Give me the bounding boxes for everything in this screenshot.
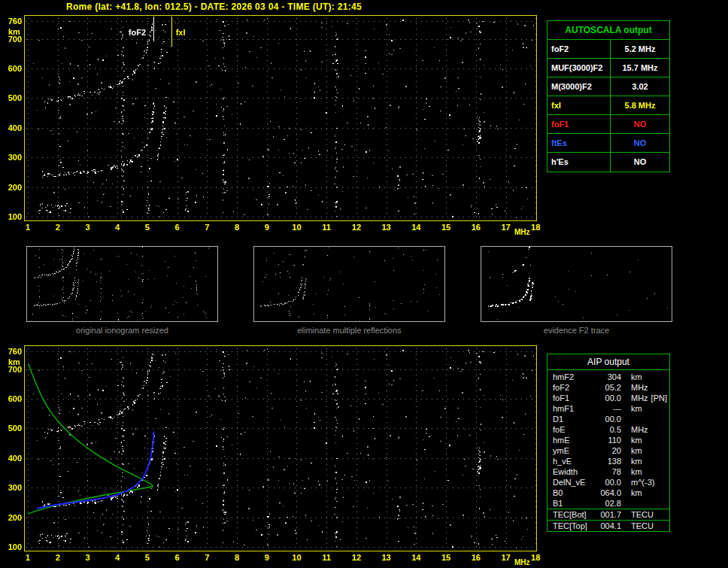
x-tick-top-11: 11 <box>318 223 335 232</box>
autoscala-row-value: NO <box>611 153 669 172</box>
aip-row-label: h_vE <box>548 456 594 466</box>
x-tick-bottom-15: 15 <box>438 553 454 562</box>
aip-row-3: hmF1---km <box>548 403 669 414</box>
autoscala-row-value: 5.2 MHz <box>611 40 669 58</box>
aip-row-unit: km <box>621 403 642 414</box>
x-tick-top-5: 5 <box>139 223 156 232</box>
autoscala-row-value: 3.02 <box>611 77 669 96</box>
x-tick-bottom-17: 17 <box>498 553 514 562</box>
aip-row-unit: MHz <box>621 393 648 403</box>
y-tick-bottom-100: 100 <box>0 542 22 551</box>
x-tick-top-17: 17 <box>498 223 514 232</box>
aip-row-12: B102.8 <box>548 498 669 509</box>
autoscala-row-label: M(3000)F2 <box>548 77 611 96</box>
aip-row-unit: km <box>621 435 642 445</box>
aip-row-0: hmF2304km <box>548 372 669 382</box>
y-tick-bottom-200: 200 <box>0 513 22 522</box>
x-tick-top-8: 8 <box>229 223 245 232</box>
page-title: Rome (lat: +41.8, lon: 012.5) - DATE: 20… <box>66 2 362 12</box>
aip-row-label: D1 <box>548 414 594 424</box>
x-tick-top-15: 15 <box>438 223 454 232</box>
thumbnail-eliminate-canvas <box>254 247 444 321</box>
x-tick-bottom-12: 12 <box>348 553 365 562</box>
aip-tec-rows: TEC[Bot]001.7TECUTEC[Top]004.1TECU <box>548 509 669 531</box>
aip-row-10: DelN_vE00.0m^(-3) <box>548 477 669 488</box>
x-tick-top-4: 4 <box>109 223 126 232</box>
aip-output-table: AIP output hmF2304kmfoF205.2MHzfoF100.0M… <box>547 354 670 532</box>
autoscala-row-1: MUF(3000)F215.7 MHz <box>548 59 669 77</box>
aip-row-label: hmE <box>548 435 594 445</box>
aip-row-value: 20 <box>594 445 621 456</box>
autoscala-row-label: foF1 <box>548 115 611 133</box>
aip-row-value: 304 <box>594 372 621 382</box>
y-tick-bottom-400: 400 <box>0 454 22 463</box>
thumbnail-evidence-canvas <box>481 247 672 321</box>
aip-row-value: 02.8 <box>594 498 621 509</box>
aip-row-unit: km <box>621 456 642 466</box>
y-tick-bottom-300: 300 <box>0 483 22 492</box>
aip-row-unit: MHz <box>621 382 648 393</box>
autoscala-row-value: NO <box>611 115 669 133</box>
autoscala-row-6: h'EsNO <box>548 153 669 172</box>
x-tick-bottom-3: 3 <box>79 553 96 562</box>
aip-row-value: 138 <box>594 456 621 466</box>
aip-row-value: 004.1 <box>594 521 621 531</box>
aip-row-label: DelN_vE <box>548 477 594 488</box>
autoscala-row-3: fxI5.8 MHz <box>548 96 669 115</box>
aip-row-value: 001.7 <box>594 509 621 520</box>
aip-row-unit <box>621 498 631 509</box>
aip-row-label: B1 <box>548 498 594 509</box>
aip-row-8: h_vE138km <box>548 456 669 466</box>
aip-row-value: 110 <box>594 435 621 445</box>
y-axis-unit-top: km <box>8 27 20 36</box>
aip-row-label: foF1 <box>548 393 594 403</box>
y-tick-top-100: 100 <box>0 212 22 221</box>
autoscala-row-label: ftEs <box>548 134 611 152</box>
y-tick-top-200: 200 <box>0 183 22 192</box>
aip-row-4: D100.0 <box>548 414 669 424</box>
x-tick-top-7: 7 <box>199 223 215 232</box>
aip-row-11: B0064.0km <box>548 488 669 498</box>
autoscala-row-label: MUF(3000)F2 <box>548 59 611 77</box>
x-tick-bottom-1: 1 <box>20 553 36 562</box>
autoscala-row-5: ftEsNO <box>548 134 669 153</box>
aip-row-1: foF205.2MHz <box>548 382 669 393</box>
aip-row-5: foE0.5MHz <box>548 424 669 435</box>
aip-row-label: ymE <box>548 445 594 456</box>
autoscala-row-label: foF2 <box>548 40 611 58</box>
y-tick-top-400: 400 <box>0 123 22 132</box>
aip-row-note: [PN] <box>651 393 669 403</box>
aip-row-value: 00.0 <box>594 414 621 424</box>
aip-row-label: TEC[Top] <box>548 521 594 531</box>
bottom-ionogram-canvas <box>25 346 536 551</box>
aip-row-tec-0: TEC[Bot]001.7TECU <box>548 509 669 520</box>
aip-row-label: foE <box>548 424 594 435</box>
aip-row-label: Ewidth <box>548 466 594 477</box>
x-axis-unit-top: MHz <box>514 228 530 236</box>
aip-row-label: hmF1 <box>548 403 594 414</box>
aip-row-unit: TECU <box>621 509 654 520</box>
x-tick-top-3: 3 <box>79 223 96 232</box>
x-tick-bottom-13: 13 <box>378 553 395 562</box>
thumbnail-original-canvas <box>27 247 217 321</box>
x-tick-top-16: 16 <box>468 223 484 232</box>
autoscala-row-value: 15.7 MHz <box>611 59 669 77</box>
bottom-ionogram-panel <box>24 345 537 551</box>
top-ionogram-canvas <box>25 16 536 220</box>
aip-row-tec-1: TEC[Top]004.1TECU <box>548 520 669 531</box>
y-axis-unit-bottom: km <box>8 357 20 366</box>
aip-row-unit: km <box>621 466 642 477</box>
y-tick-bottom-760: 760 <box>0 347 22 356</box>
x-tick-bottom-11: 11 <box>318 553 335 562</box>
aip-row-value: 00.0 <box>594 393 621 403</box>
x-tick-bottom-5: 5 <box>139 553 156 562</box>
aip-row-unit: MHz <box>621 424 648 435</box>
x-tick-top-10: 10 <box>288 223 305 232</box>
thumbnail-caption-eliminate: eliminate multiple reflections <box>253 326 445 335</box>
y-tick-bottom-500: 500 <box>0 424 22 433</box>
fof2-marker-label: foF2 <box>129 28 146 37</box>
y-tick-bottom-600: 600 <box>0 394 22 403</box>
autoscala-table-rows: foF25.2 MHzMUF(3000)F215.7 MHzM(3000)F23… <box>548 40 669 172</box>
aip-row-7: ymE20km <box>548 445 669 456</box>
x-tick-top-1: 1 <box>20 223 36 232</box>
